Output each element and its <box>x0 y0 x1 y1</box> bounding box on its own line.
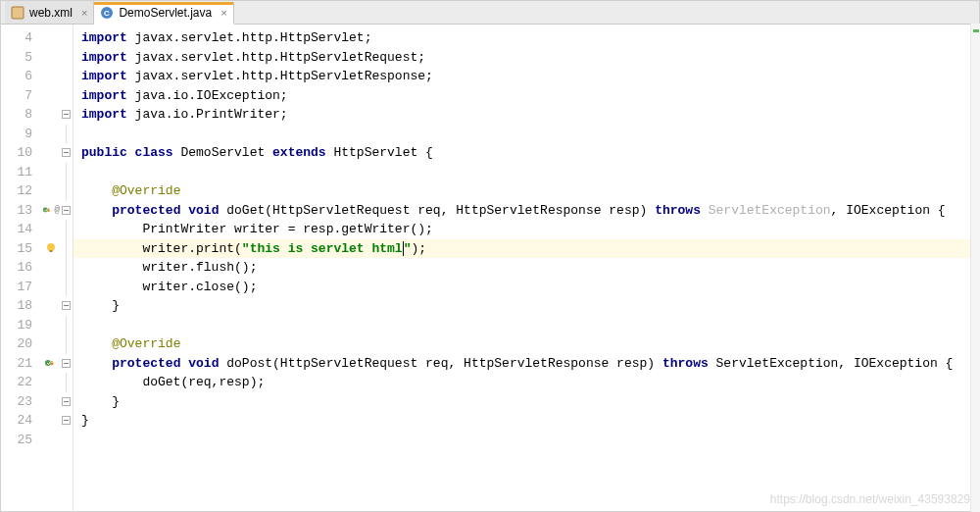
code-line[interactable]: writer.flush(); <box>81 258 979 278</box>
close-icon[interactable]: × <box>81 7 87 19</box>
line-number: 8 <box>1 105 32 125</box>
line-number: 21 <box>1 354 32 374</box>
code-line[interactable]: import java.io.IOException; <box>81 86 979 106</box>
code-line[interactable]: protected void doPost(HttpServletRequest… <box>81 354 979 374</box>
gutter-markers: @ <box>42 25 60 511</box>
code-line[interactable]: @Override <box>81 334 979 354</box>
code-line[interactable]: writer.close(); <box>81 278 979 297</box>
line-number: 11 <box>1 163 32 182</box>
code-line[interactable]: public class DemoServlet extends HttpSer… <box>81 143 979 163</box>
code-line[interactable]: import java.io.PrintWriter; <box>81 105 979 125</box>
watermark-text: https://blog.csdn.net/weixin_43593829 <box>770 492 970 506</box>
tab-label: web.xml <box>29 6 73 20</box>
line-number: 24 <box>1 411 32 431</box>
svg-text:C: C <box>105 9 111 18</box>
stripe-ok-icon <box>973 29 979 32</box>
override-icon[interactable] <box>44 358 58 368</box>
line-number: 6 <box>1 67 32 86</box>
fold-toggle-icon[interactable] <box>62 397 71 406</box>
fold-toggle-icon[interactable] <box>62 110 71 119</box>
code-line[interactable]: writer.print("this is servlet html"); <box>74 239 979 259</box>
line-number: 17 <box>1 278 32 297</box>
line-number: 7 <box>1 86 32 106</box>
code-editor[interactable]: 45678910111213141516171819202122232425 @… <box>1 25 979 511</box>
code-line[interactable]: } <box>81 411 979 431</box>
code-line[interactable] <box>81 163 979 182</box>
code-line[interactable]: @Override <box>81 181 979 201</box>
line-number: 18 <box>1 296 32 316</box>
code-line[interactable]: import javax.servlet.http.HttpServlet; <box>81 28 979 48</box>
fold-toggle-icon[interactable] <box>62 206 71 215</box>
code-line[interactable]: } <box>81 296 979 316</box>
error-stripe <box>970 24 980 512</box>
line-number: 10 <box>1 143 32 163</box>
java-class-icon: C <box>100 6 114 20</box>
code-line[interactable]: import javax.servlet.http.HttpServletReq… <box>81 48 979 68</box>
code-line[interactable] <box>81 316 979 335</box>
line-number: 14 <box>1 220 32 239</box>
line-number: 25 <box>1 431 32 450</box>
tab-web-xml[interactable]: web.xml × <box>5 1 94 24</box>
line-number: 12 <box>1 181 32 201</box>
line-number: 22 <box>1 373 32 392</box>
line-number: 13 <box>1 201 32 221</box>
code-area[interactable]: import javax.servlet.http.HttpServlet;im… <box>74 25 979 511</box>
override-icon[interactable] <box>42 205 54 215</box>
close-icon[interactable]: × <box>220 7 226 19</box>
code-line[interactable] <box>81 431 979 450</box>
fold-toggle-icon[interactable] <box>62 148 71 157</box>
code-line[interactable] <box>81 125 979 144</box>
code-line[interactable]: protected void doGet(HttpServletRequest … <box>81 201 979 221</box>
code-line[interactable]: PrintWriter writer = resp.getWriter(); <box>81 220 979 239</box>
svg-rect-5 <box>50 250 53 252</box>
line-number: 19 <box>1 316 32 335</box>
tab-demoservlet[interactable]: C DemoServlet.java × <box>94 2 233 25</box>
fold-toggle-icon[interactable] <box>62 359 71 368</box>
fold-toggle-icon[interactable] <box>62 301 71 310</box>
line-number: 9 <box>1 125 32 144</box>
svg-rect-0 <box>12 7 24 19</box>
fold-toggle-icon[interactable] <box>62 416 71 425</box>
line-number: 4 <box>1 28 32 48</box>
line-number: 16 <box>1 258 32 278</box>
line-number-gutter: 45678910111213141516171819202122232425 <box>1 25 42 511</box>
intention-bulb-icon[interactable] <box>45 242 57 254</box>
xml-file-icon <box>11 6 24 20</box>
line-number: 23 <box>1 392 32 412</box>
code-line[interactable]: import javax.servlet.http.HttpServletRes… <box>81 67 979 86</box>
code-line[interactable]: doGet(req,resp); <box>81 373 979 392</box>
editor-tabs: web.xml × C DemoServlet.java × <box>1 1 979 25</box>
line-number: 15 <box>1 239 32 259</box>
line-number: 5 <box>1 48 32 68</box>
line-number: 20 <box>1 334 32 354</box>
fold-column <box>60 25 74 511</box>
code-line[interactable]: } <box>81 392 979 412</box>
svg-point-4 <box>47 243 55 251</box>
tab-label: DemoServlet.java <box>119 6 212 20</box>
